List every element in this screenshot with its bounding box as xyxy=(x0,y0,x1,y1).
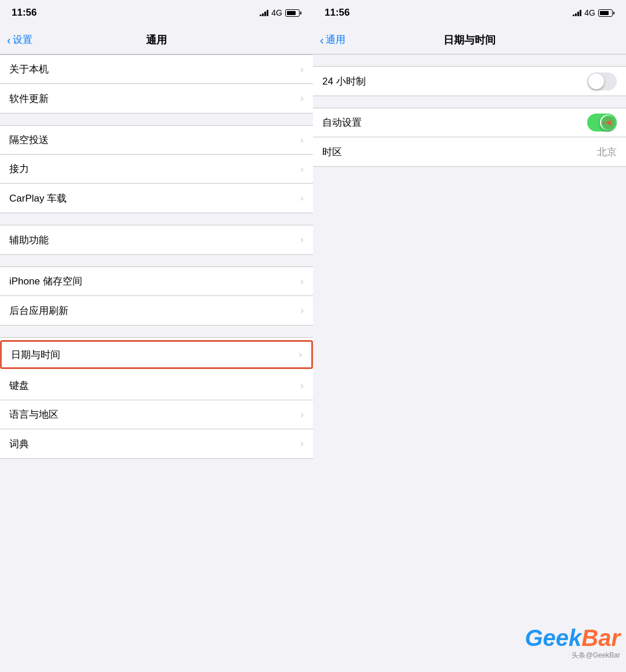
toggle-24h[interactable] xyxy=(587,72,617,90)
nav-bar-right: ‹ 通用 日期与时间 xyxy=(313,25,626,54)
row-handoff[interactable]: 接力 › xyxy=(0,155,313,184)
row-bg-refresh-label: 后台应用刷新 xyxy=(9,304,68,317)
section-3-left: 辅助功能 › xyxy=(0,225,313,255)
row-date-time-label: 日期与时间 xyxy=(11,348,60,361)
row-accessibility[interactable]: 辅助功能 › xyxy=(0,225,313,254)
row-handoff-label: 接力 xyxy=(9,162,29,176)
row-dictionary[interactable]: 词典 › xyxy=(0,429,313,458)
section-2-right: 自动设置 xyxy=(313,108,626,167)
row-software-label: 软件更新 xyxy=(9,92,49,105)
row-software-update[interactable]: 软件更新 › xyxy=(0,84,313,113)
network-type-right: 4G xyxy=(584,8,595,17)
row-about[interactable]: 关于本机 › xyxy=(0,55,313,84)
toggle-auto-set-container xyxy=(587,114,617,132)
spacer-4 xyxy=(0,326,313,337)
time-left: 11:56 xyxy=(12,7,37,19)
back-label-right: 通用 xyxy=(326,33,345,46)
section-4-left: iPhone 储存空间 › 后台应用刷新 › xyxy=(0,266,313,326)
chevron-keyboard: › xyxy=(300,380,304,392)
row-keyboard[interactable]: 键盘 › xyxy=(0,371,313,400)
row-airdrop-label: 隔空投送 xyxy=(9,133,49,147)
row-date-time[interactable]: 日期与时间 › xyxy=(0,340,313,369)
row-auto-set[interactable]: 自动设置 xyxy=(313,108,626,137)
chevron-handoff: › xyxy=(300,163,304,175)
row-dictionary-label: 词典 xyxy=(9,437,29,451)
row-storage-right: › xyxy=(300,276,304,287)
status-bar-right: 11:56 4G xyxy=(313,0,626,25)
row-date-time-right: › xyxy=(299,349,302,360)
spacer-1 xyxy=(0,114,313,125)
row-about-label: 关于本机 xyxy=(9,63,49,76)
chevron-accessibility: › xyxy=(300,234,304,246)
chevron-carplay: › xyxy=(300,192,304,204)
chevron-language: › xyxy=(300,409,304,421)
status-icons-left: 4G xyxy=(260,8,301,17)
chevron-bg-refresh: › xyxy=(300,305,304,316)
back-chevron-right: ‹ xyxy=(320,34,324,46)
back-chevron-left: ‹ xyxy=(7,34,11,46)
chevron-airdrop: › xyxy=(300,134,304,146)
chevron-storage: › xyxy=(300,276,304,287)
row-24h-label: 24 小时制 xyxy=(322,75,366,88)
bar-text: Bar xyxy=(581,625,620,651)
chevron-date-time: › xyxy=(299,349,302,360)
row-keyboard-right: › xyxy=(300,380,304,392)
row-dictionary-right: › xyxy=(300,438,304,450)
toggle-24h-knob xyxy=(588,74,604,89)
status-icons-right: 4G xyxy=(573,8,614,17)
settings-list-right: 24 小时制 自动设置 xyxy=(313,54,626,672)
row-software-right: › xyxy=(300,93,304,104)
row-storage[interactable]: iPhone 储存空间 › xyxy=(0,267,313,296)
signal-icon-right xyxy=(573,9,581,16)
row-language-label: 语言与地区 xyxy=(9,408,59,421)
row-accessibility-right: › xyxy=(300,234,304,246)
chevron-about: › xyxy=(300,64,304,75)
row-airdrop-right: › xyxy=(300,134,304,146)
spacer-right-1 xyxy=(313,96,626,108)
row-airdrop[interactable]: 隔空投送 › xyxy=(0,126,313,155)
battery-icon-right xyxy=(598,9,614,17)
chevron-software: › xyxy=(300,93,304,104)
watermark: GeekBar 头条@GeekBar xyxy=(525,626,620,660)
row-timezone-label: 时区 xyxy=(322,145,342,159)
row-carplay-right: › xyxy=(300,192,304,204)
row-language[interactable]: 语言与地区 › xyxy=(0,400,313,429)
auto-set-icon xyxy=(597,111,620,134)
time-right: 11:56 xyxy=(325,7,350,19)
section-2-left: 隔空投送 › 接力 › CarPlay 车载 › xyxy=(0,125,313,213)
row-carplay[interactable]: CarPlay 车载 › xyxy=(0,184,313,213)
back-label-left: 设置 xyxy=(13,33,32,46)
row-keyboard-label: 键盘 xyxy=(9,379,29,392)
watermark-sub: 头条@GeekBar xyxy=(572,651,620,660)
row-background-refresh[interactable]: 后台应用刷新 › xyxy=(0,296,313,325)
row-language-right: › xyxy=(300,409,304,421)
battery-icon xyxy=(285,9,301,17)
row-accessibility-label: 辅助功能 xyxy=(9,233,49,247)
row-bg-refresh-right: › xyxy=(300,305,304,316)
top-blank xyxy=(313,54,626,66)
row-timezone-value: 北京 xyxy=(597,145,617,159)
row-24h-right xyxy=(587,72,617,90)
row-timezone[interactable]: 时区 北京 xyxy=(313,137,626,166)
back-button-left[interactable]: ‹ 设置 xyxy=(7,33,32,46)
section-1-right: 24 小时制 xyxy=(313,66,626,96)
row-storage-label: iPhone 储存空间 xyxy=(9,275,82,288)
row-about-right: › xyxy=(300,64,304,75)
row-auto-set-right xyxy=(587,114,617,132)
section-1-left: 关于本机 › 软件更新 › xyxy=(0,54,313,114)
section-5-left: 日期与时间 › 键盘 › 语言与地区 › 词典 › xyxy=(0,337,313,459)
geek-text: Geek xyxy=(525,625,581,651)
signal-icon xyxy=(260,9,268,16)
row-24h[interactable]: 24 小时制 xyxy=(313,67,626,96)
back-button-right[interactable]: ‹ 通用 xyxy=(320,33,345,46)
nav-title-left: 通用 xyxy=(146,33,167,47)
row-timezone-right: 北京 xyxy=(597,145,617,159)
row-handoff-right: › xyxy=(300,163,304,175)
settings-list-left: 关于本机 › 软件更新 › 隔空投送 › 接力 xyxy=(0,54,313,672)
nav-title-right: 日期与时间 xyxy=(443,33,496,47)
watermark-logo: GeekBar xyxy=(525,626,620,649)
right-panel: 11:56 4G ‹ 通用 日期与时间 24 小时制 xyxy=(313,0,626,672)
network-type-left: 4G xyxy=(271,8,282,17)
spacer-2 xyxy=(0,213,313,225)
row-auto-set-label: 自动设置 xyxy=(322,116,362,129)
